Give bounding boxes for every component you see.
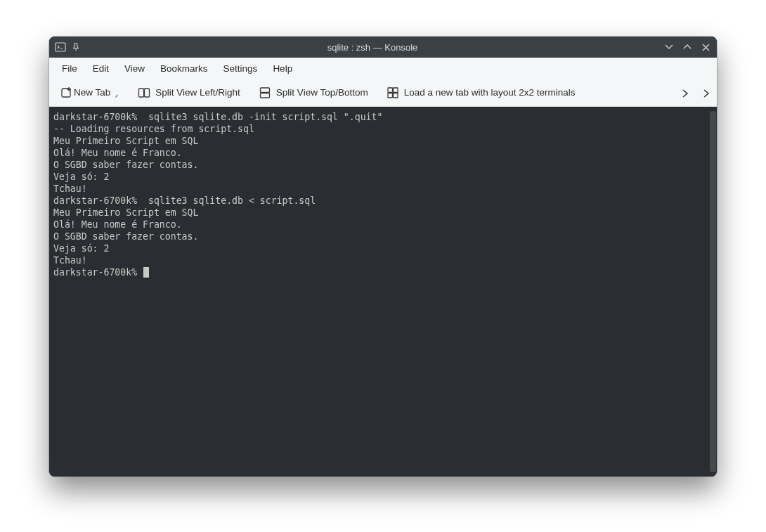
scrollbar[interactable]	[708, 111, 717, 472]
window-title: sqlite : zsh — Konsole	[82, 42, 663, 53]
pin-icon[interactable]	[70, 41, 82, 53]
terminal-prompt-line[interactable]: darkstar-6700k%	[53, 266, 708, 278]
terminal-line: Olá! Meu nome é Franco.	[53, 147, 708, 159]
terminal-line: O SGBD saber fazer contas.	[53, 159, 708, 171]
svg-rect-3	[139, 89, 144, 97]
terminal-line: Tchau!	[53, 254, 708, 266]
split-lr-label: Split View Left/Right	[155, 87, 240, 98]
terminal-area[interactable]: darkstar-6700k% sqlite3 sqlite.db -init …	[49, 107, 717, 476]
chevron-down-icon	[112, 91, 119, 98]
new-tab-icon	[60, 86, 73, 99]
menu-bookmarks[interactable]: Bookmarks	[153, 60, 215, 77]
menu-file-label: File	[62, 63, 77, 74]
svg-rect-8	[393, 88, 398, 93]
maximize-button[interactable]	[682, 41, 693, 53]
new-tab-label: New Tab	[74, 87, 110, 98]
terminal-line: Meu Primeiro Script em SQL	[53, 207, 708, 219]
minimize-button[interactable]	[663, 41, 675, 53]
svg-rect-6	[260, 93, 269, 98]
menu-help-label: Help	[273, 63, 292, 74]
svg-rect-5	[260, 88, 269, 93]
menu-settings-label: Settings	[223, 63, 258, 74]
split-tb-label: Split View Top/Bottom	[276, 87, 368, 98]
menu-help[interactable]: Help	[266, 60, 299, 77]
menu-edit-label: Edit	[93, 63, 109, 74]
load-layout-button[interactable]: Load a new tab with layout 2x2 terminals	[382, 84, 580, 102]
menu-settings[interactable]: Settings	[216, 60, 265, 77]
titlebar: sqlite : zsh — Konsole	[49, 37, 717, 58]
menu-edit[interactable]: Edit	[86, 60, 116, 77]
terminal-line: darkstar-6700k% sqlite3 sqlite.db < scri…	[53, 195, 708, 207]
menu-bookmarks-label: Bookmarks	[160, 63, 208, 74]
terminal-content[interactable]: darkstar-6700k% sqlite3 sqlite.db -init …	[53, 111, 708, 472]
cursor	[143, 267, 149, 278]
grid-layout-icon	[387, 86, 399, 99]
terminal-line: O SGBD saber fazer contas.	[53, 231, 708, 242]
terminal-line: darkstar-6700k% sqlite3 sqlite.db -init …	[53, 111, 708, 123]
chevron-right-icon[interactable]	[680, 89, 689, 97]
load-layout-label: Load a new tab with layout 2x2 terminals	[404, 87, 576, 98]
terminal-line: Veja só: 2	[53, 171, 708, 183]
svg-rect-4	[145, 89, 150, 97]
split-tb-icon	[259, 86, 271, 99]
chevron-right-overflow-icon[interactable]	[701, 89, 710, 97]
split-lr-icon	[138, 86, 150, 99]
terminal-line: Veja só: 2	[53, 242, 708, 254]
terminal-line: Olá! Meu nome é Franco.	[53, 219, 708, 231]
new-tab-button[interactable]: New Tab	[56, 84, 124, 102]
konsole-window: sqlite : zsh — Konsole File Edit View Bo…	[49, 37, 717, 476]
scrollbar-thumb[interactable]	[710, 111, 716, 472]
terminal-line: Meu Primeiro Script em SQL	[53, 135, 708, 147]
svg-rect-10	[393, 93, 398, 98]
menu-file[interactable]: File	[55, 60, 84, 77]
terminal-line: Tchau!	[53, 183, 708, 195]
menubar: File Edit View Bookmarks Settings Help	[49, 58, 717, 79]
toolbar: New Tab Split View Left/Right Split	[49, 79, 717, 107]
svg-rect-0	[56, 43, 65, 51]
menu-view-label: View	[124, 63, 145, 74]
terminal-line: -- Loading resources from script.sql	[53, 123, 708, 135]
svg-rect-9	[388, 93, 393, 98]
menu-view[interactable]: View	[117, 60, 152, 77]
split-top-bottom-button[interactable]: Split View Top/Bottom	[254, 84, 372, 102]
split-left-right-button[interactable]: Split View Left/Right	[134, 84, 245, 102]
prompt: darkstar-6700k%	[53, 267, 143, 278]
close-button[interactable]	[700, 41, 711, 53]
svg-rect-7	[388, 88, 393, 93]
terminal-app-icon	[55, 41, 66, 53]
